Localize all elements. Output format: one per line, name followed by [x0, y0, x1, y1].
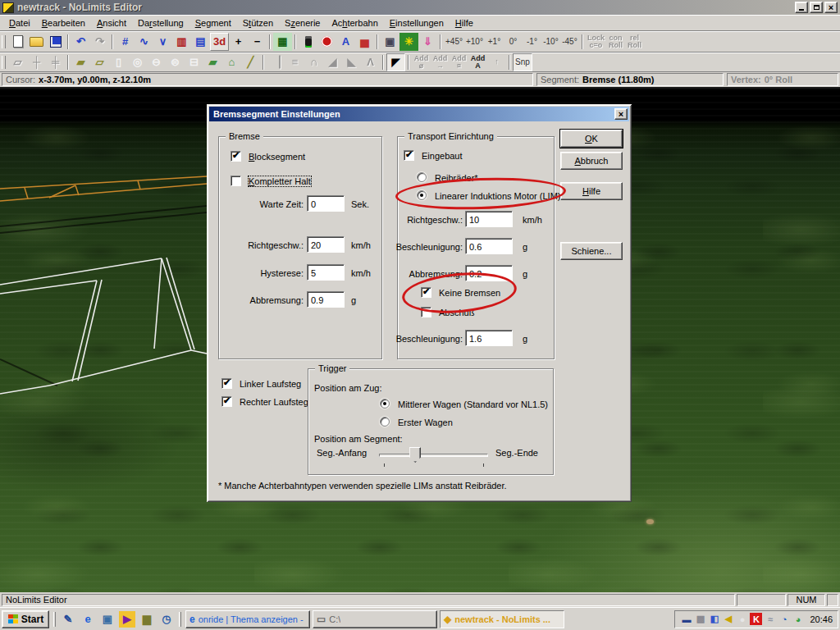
ok-button[interactable]: OK [560, 130, 623, 148]
cable-icon[interactable]: ≈ [764, 613, 776, 625]
hilfe-button[interactable]: Hilfe [560, 182, 623, 200]
footer-tool-button[interactable]: ▱ [8, 53, 27, 71]
blocksegment-checkbox[interactable] [231, 151, 241, 162]
menu-bearbeiten[interactable]: Bearbeiten [36, 16, 91, 30]
schiene-button[interactable]: Schiene... [560, 242, 623, 260]
add-arrow-button[interactable]: Add→ [431, 53, 450, 71]
cylinder3-tool-button[interactable]: ⊜ [166, 53, 185, 71]
import-button[interactable]: ⇓ [418, 33, 437, 51]
kompletter-halt-checkbox[interactable] [231, 176, 241, 186]
lock-button[interactable]: Lockc=o [586, 33, 606, 51]
vertex-tool-button[interactable]: ∨ [153, 33, 172, 51]
support-preset1-button[interactable]: ▕ [267, 53, 285, 71]
menu-achterbahn[interactable]: Achterbahn [326, 16, 383, 30]
support-preset4-button[interactable]: ◢ [323, 53, 342, 71]
traffic-light-button[interactable] [299, 33, 317, 51]
kodak-icon[interactable]: K [750, 613, 762, 625]
remove-segment-button[interactable]: − [248, 33, 267, 51]
terrain-3d-button[interactable]: ▦ [273, 33, 292, 51]
roll-plus10-button[interactable]: +10° [464, 33, 485, 51]
start-button[interactable]: Start [2, 610, 49, 628]
dither-icon[interactable]: ▩ [694, 613, 706, 625]
add-connection-button[interactable]: Add⌀ [412, 53, 431, 71]
menu-darstellung[interactable]: Darstellung [132, 16, 189, 30]
mediaplayer-shortcut-icon[interactable]: ▶ [119, 611, 135, 628]
modem-icon[interactable]: ▬ [680, 613, 692, 625]
abbruch-button[interactable]: Abbruch [560, 152, 623, 170]
beschleunigung-input[interactable] [465, 238, 513, 254]
redo-button[interactable]: ↷ [90, 33, 109, 51]
brake-segment-button[interactable]: ▤ [191, 33, 210, 51]
support-preset6-button[interactable]: Λ [361, 53, 380, 71]
roll-zero-button[interactable]: 0° [504, 33, 523, 51]
stop-sign-button[interactable] [317, 33, 336, 51]
support-preset5-button[interactable]: ◣ [342, 53, 361, 71]
add-light-button[interactable]: Add¤ [450, 53, 468, 71]
ie-shortcut-icon[interactable]: e [80, 611, 96, 628]
beam-tool-button[interactable]: ▰ [71, 53, 90, 71]
roll-plus45-button[interactable]: +45° [444, 33, 464, 51]
diag-beam-tool-button[interactable]: ╱ [241, 53, 260, 71]
add-text-button[interactable]: AddA [468, 53, 487, 71]
clock-shortcut-icon[interactable]: ◷ [158, 611, 175, 628]
volume-icon[interactable]: ◀ [722, 613, 734, 625]
roll-minus10-button[interactable]: -10° [541, 33, 560, 51]
restore-button[interactable] [810, 2, 823, 13]
double-beam-tool-button[interactable]: ▱ [90, 53, 109, 71]
curve-tool-button[interactable]: ∿ [135, 33, 153, 51]
environment-button[interactable]: ✳ [399, 33, 418, 51]
cylinder-tool-button[interactable]: ◎ [128, 53, 147, 71]
hysterese-input[interactable] [307, 264, 345, 281]
erster-wagen-radio[interactable] [380, 417, 390, 427]
add-tree-button[interactable]: ↑ [487, 53, 506, 71]
compass-icon[interactable]: ◔ [778, 613, 790, 625]
richtgeschw-input[interactable] [307, 236, 345, 253]
task-nolimits[interactable]: ◆ newtrack - NoLimits ... [440, 610, 564, 628]
rel-roll-button[interactable]: relRoll [625, 33, 644, 51]
support-preset3-button[interactable]: ∩ [304, 53, 323, 71]
dialog-close-icon[interactable]: × [614, 108, 628, 120]
editor-shortcut-icon[interactable]: ✎ [60, 611, 76, 628]
beschleunigung2-input[interactable] [465, 330, 513, 346]
support-preset2-button[interactable]: ≡ [285, 53, 304, 71]
station-segment-button[interactable]: ▥ [172, 33, 191, 51]
linker-laufsteg-checkbox[interactable] [221, 378, 232, 389]
menu-szenerie[interactable]: Szenerie [279, 16, 326, 30]
menu-hilfe[interactable]: Hilfe [450, 16, 479, 30]
display-icon[interactable]: ◧ [708, 613, 720, 625]
open-file-button[interactable] [27, 33, 46, 51]
menu-einstellungen[interactable]: Einstellungen [384, 16, 450, 30]
warte-zeit-input[interactable] [307, 195, 345, 212]
properties-button[interactable]: ▣ [381, 33, 399, 51]
snap-button[interactable]: Snp [513, 53, 532, 71]
con-roll-button[interactable]: conRoll [606, 33, 625, 51]
reibraeder-radio[interactable] [417, 172, 427, 182]
roll-minus1-button[interactable]: -1° [523, 33, 541, 51]
roll-plus1-button[interactable]: +1° [485, 33, 504, 51]
transport-richtgeschw-input[interactable] [465, 211, 513, 227]
select-cursor-button[interactable]: ◤ [386, 53, 405, 71]
globe-icon[interactable]: ◕ [792, 613, 804, 625]
menu-segment[interactable]: Segment [189, 16, 237, 30]
prism-tool-button[interactable]: ⌂ [222, 53, 241, 71]
support-node-button[interactable]: ┼ [27, 53, 46, 71]
cylinder2-tool-button[interactable]: ⊖ [147, 53, 166, 71]
add-segment-button[interactable]: + [229, 33, 248, 51]
undo-button[interactable]: ↶ [71, 33, 90, 51]
menu-ansicht[interactable]: Ansicht [91, 16, 132, 30]
menu-stuetzen[interactable]: Stützen [237, 16, 279, 30]
task-drive-c[interactable]: ▭ C:\ [313, 610, 437, 628]
roll-minus45-button[interactable]: -45° [560, 33, 579, 51]
transport-abbremsung-input[interactable] [465, 265, 513, 281]
trigger-position-slider[interactable] [379, 454, 488, 457]
abbremsung-input[interactable] [307, 291, 345, 308]
eingebaut-checkbox[interactable] [404, 150, 414, 161]
desktop-shortcut-icon[interactable]: ▣ [99, 611, 116, 628]
pole-tool-button[interactable]: ▯ [109, 53, 128, 71]
close-button[interactable]: × [824, 2, 838, 13]
menu-datei[interactable]: Datei [3, 16, 36, 30]
task-onride[interactable]: e onride | Thema anzeigen - ... [185, 610, 310, 628]
wedge-tool-button[interactable]: ▰ [203, 53, 222, 71]
keine-bremsen-checkbox[interactable] [421, 287, 431, 298]
track-mode-button[interactable]: # [116, 33, 135, 51]
